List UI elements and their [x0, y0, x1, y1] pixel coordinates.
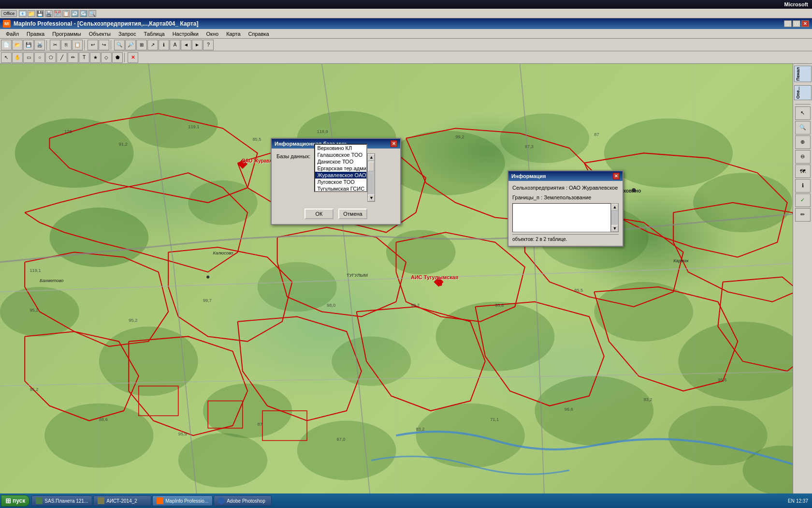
rp-btn-2[interactable]: 🔍 — [795, 121, 811, 134]
listbox-item-5[interactable]: Луговское ТОО — [315, 179, 366, 185]
tb-undo[interactable]: ↩ — [87, 40, 98, 50]
office-btn[interactable]: Office — [1, 10, 17, 17]
tb-info[interactable]: ℹ — [159, 40, 169, 50]
tb-redo[interactable]: ↪ — [99, 40, 109, 50]
listbox-scrollbar[interactable]: ▲ ▼ — [367, 153, 375, 202]
listbox-item-4[interactable]: Журавлевское ОАО — [315, 172, 366, 179]
info-scroll-down[interactable]: ▼ — [611, 225, 618, 232]
tb-hand[interactable]: ✋ — [12, 52, 23, 63]
svg-text:71,1: 71,1 — [490, 417, 499, 422]
tb-zoom-out[interactable]: 🔎 — [125, 40, 136, 50]
tb-poly[interactable]: ⬠ — [45, 52, 56, 63]
tb-text[interactable]: T — [79, 52, 89, 63]
rp-btn-1[interactable]: ↖ — [795, 106, 811, 120]
btn-cancel[interactable]: Отмена — [338, 209, 367, 219]
minimize-btn[interactable]: _ — [784, 20, 792, 27]
task-mapinfo[interactable]: MapInfo Professio... — [152, 495, 213, 506]
tb-layers[interactable]: ⊞ — [136, 40, 147, 50]
start-button[interactable]: ⊞ пуск — [1, 495, 29, 507]
dialog-buttons: ОК Отмена — [276, 206, 395, 219]
dialog-info-base-close[interactable]: ✕ — [391, 140, 397, 147]
svg-text:95,2: 95,2 — [129, 318, 137, 323]
dialog-listbox[interactable]: Верховино КЛ Галашовское ТОО Даниское ТО… — [314, 144, 367, 192]
tb-print[interactable]: 🖨️ — [34, 40, 45, 50]
rp-btn-5[interactable]: 🗺 — [795, 164, 811, 178]
info-scroll-up[interactable]: ▲ — [611, 204, 618, 210]
tb-zoom-in[interactable]: 🔍 — [114, 40, 125, 50]
office-icon-5[interactable]: ✂️ — [54, 10, 61, 17]
task-aist[interactable]: АИСТ-2014_2 — [93, 495, 151, 506]
svg-text:91,2: 91,2 — [119, 142, 128, 147]
tb-paste[interactable]: 📋 — [72, 40, 83, 50]
maximize-btn[interactable]: □ — [793, 20, 800, 27]
task-photoshop[interactable]: Adobe Photoshop — [214, 495, 272, 506]
listbox-item-6[interactable]: Тугулымская ГСИС — [315, 185, 366, 192]
tb-open[interactable]: 📂 — [12, 40, 23, 50]
listbox-item-1[interactable]: Галашовское ТОО — [315, 151, 366, 158]
tb-label[interactable]: A — [170, 40, 180, 50]
dialog-info-titlebar[interactable]: Информация ✕ — [508, 171, 623, 181]
listbox-item-0[interactable]: Верховино КЛ — [315, 145, 366, 151]
tb-arrow[interactable]: ↖ — [1, 52, 12, 63]
tb-help-btn[interactable]: ? — [203, 40, 214, 50]
tb-select[interactable]: ↗ — [147, 40, 158, 50]
tb-new[interactable]: 📄 — [1, 40, 12, 50]
office-icon-9[interactable]: 🔍 — [88, 10, 96, 17]
menu-help[interactable]: Справка — [245, 30, 273, 38]
tb-clear[interactable]: ✕ — [128, 52, 138, 63]
listbox-item-3[interactable]: Ергарская тер.админ. — [315, 165, 366, 172]
rp-btn-6[interactable]: ℹ — [795, 179, 811, 193]
map-area[interactable]: 128 91,2 119,1 85,5 118,9 98,8 99,2 97,3… — [0, 64, 812, 498]
btn-ok[interactable]: ОК — [304, 209, 334, 219]
menu-edit[interactable]: Правка — [23, 30, 48, 38]
title-controls[interactable]: _ □ ✕ — [784, 20, 809, 27]
rp-btn-8[interactable]: ✏ — [795, 208, 811, 222]
scroll-up[interactable]: ▲ — [368, 154, 375, 161]
tb-pen[interactable]: ✏ — [68, 52, 78, 63]
menu-query[interactable]: Запрос — [115, 30, 140, 38]
info-scrollbar[interactable]: ▲ ▼ — [611, 203, 619, 232]
svg-point-9 — [693, 173, 792, 232]
task-sas[interactable]: SAS.Планета 121... — [31, 495, 92, 506]
task-sas-label: SAS.Планета 121... — [44, 498, 88, 504]
tb-reshape[interactable]: ⬟ — [112, 52, 123, 63]
office-icon-8[interactable]: ↪️ — [80, 10, 87, 17]
listbox-item-2[interactable]: Даниское ТОО — [315, 158, 366, 165]
close-btn[interactable]: ✕ — [801, 20, 809, 27]
dialog-info-close[interactable]: ✕ — [613, 173, 620, 179]
menu-window[interactable]: Окно — [203, 30, 223, 38]
office-icon-4[interactable]: 🖨️ — [45, 10, 53, 17]
tb-copy[interactable]: ⎘ — [61, 40, 72, 50]
menu-objects[interactable]: Объекты — [85, 30, 115, 38]
menu-table[interactable]: Таблица — [140, 30, 168, 38]
info-count: объектов: 2 в 2 таблице. — [512, 234, 619, 242]
tb-symbol[interactable]: ★ — [90, 52, 101, 63]
tb-circle[interactable]: ○ — [34, 52, 45, 63]
menu-settings[interactable]: Настройки — [169, 30, 203, 38]
tb-cut[interactable]: ✂ — [50, 40, 60, 50]
office-icon-7[interactable]: ↩️ — [71, 10, 79, 17]
rp-btn-7[interactable]: ✓ — [795, 194, 811, 207]
office-icon-1[interactable]: 📧 — [19, 10, 27, 17]
rp-btn-4[interactable]: ⊖ — [795, 150, 811, 164]
info-label-1: Сельхозпредприятия : ОАО Журавлевское — [512, 185, 619, 191]
menu-file[interactable]: Файл — [2, 30, 23, 38]
rp-btn-3[interactable]: ⊕ — [795, 135, 811, 149]
office-icon-3[interactable]: 💾 — [36, 10, 44, 17]
menu-map[interactable]: Карта — [222, 30, 244, 38]
scroll-thumb[interactable] — [368, 162, 374, 171]
tb-next[interactable]: ► — [192, 40, 203, 50]
tb-rect[interactable]: ▭ — [23, 52, 34, 63]
tb-save[interactable]: 💾 — [23, 40, 34, 50]
tb-node[interactable]: ◇ — [101, 52, 112, 63]
office-icon-6[interactable]: 📋 — [62, 10, 70, 17]
tb-prev[interactable]: ◄ — [181, 40, 191, 50]
svg-text:99,2: 99,2 — [455, 134, 464, 139]
svg-text:Кармак: Кармак — [673, 258, 689, 263]
tb-line[interactable]: ╱ — [57, 52, 67, 63]
menu-programs[interactable]: Программы — [48, 30, 85, 38]
office-icon-2[interactable]: 📁 — [28, 10, 35, 17]
dialog-databases-label: Базы данных: — [276, 153, 310, 159]
info-scrollable-area[interactable] — [512, 203, 611, 232]
scroll-down[interactable]: ▼ — [368, 194, 375, 201]
